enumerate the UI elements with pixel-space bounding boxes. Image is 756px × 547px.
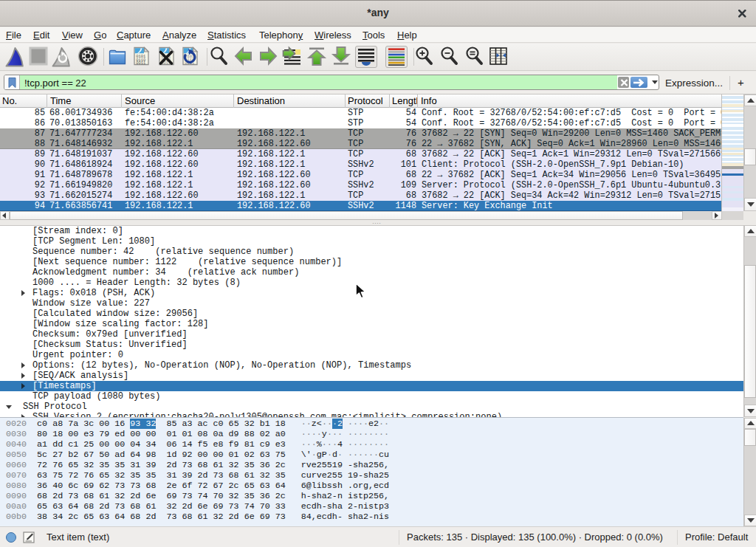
svg-text:0011: 0011 [136, 61, 145, 66]
